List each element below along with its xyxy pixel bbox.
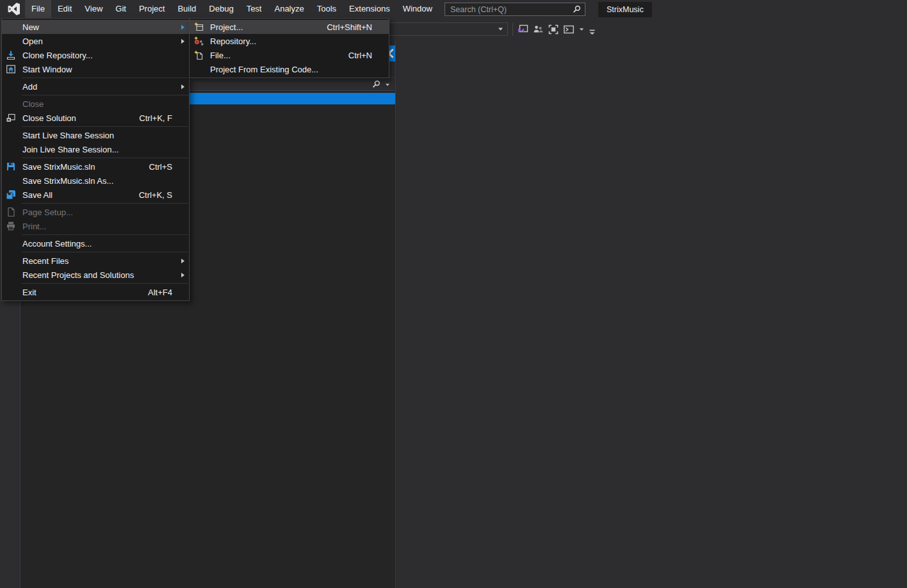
menubar-item-extensions[interactable]: Extensions (343, 0, 396, 18)
toolbar-icons (516, 23, 600, 36)
live-share-icon[interactable] (516, 24, 528, 36)
menu-item-shortcut: Ctrl+S (149, 162, 172, 172)
new-repository-icon (193, 36, 210, 46)
save-all-icon (6, 190, 22, 200)
toolbar-overflow-icon[interactable] (587, 26, 596, 38)
menu-separator (22, 95, 188, 95)
menu-separator (22, 78, 188, 78)
menubar-item-file[interactable]: File (25, 0, 51, 18)
menu-item-print[interactable]: Print... (2, 219, 189, 233)
menu-item-page-setup[interactable]: Page Setup... (2, 205, 189, 219)
menu-item-label: Save StrixMusic.sln As... (22, 176, 113, 186)
menu-item-label: Recent Projects and Solutions (22, 270, 134, 280)
menu-item-label: Close Solution (22, 113, 76, 123)
menu-item-start-live-share-session[interactable]: Start Live Share Session (2, 128, 189, 142)
toolbar-separator (512, 23, 513, 36)
menu-item-label: New (22, 22, 39, 32)
close-solution-icon (6, 113, 22, 123)
menu-separator (22, 283, 188, 284)
terminal-icon[interactable] (562, 24, 575, 36)
menu-item-clone-repository[interactable]: Clone Repository... (2, 48, 189, 62)
menu-separator (22, 252, 188, 252)
menu-separator (22, 158, 188, 158)
search-icon[interactable] (372, 79, 381, 89)
quick-search-box[interactable] (445, 3, 585, 16)
menu-item-label: Page Setup... (22, 208, 73, 217)
clone-repository-icon (6, 50, 22, 60)
menu-item-label: Print... (22, 222, 47, 231)
submenu-arrow-icon (180, 84, 186, 90)
menubar-item-analyze[interactable]: Analyze (268, 0, 310, 18)
search-input[interactable] (445, 3, 572, 15)
menu-item-label: File... (210, 51, 231, 60)
menu-item-label: Clone Repository... (22, 51, 93, 60)
menu-item-project[interactable]: Project...Ctrl+Shift+N (190, 20, 389, 34)
menu-item-recent-files[interactable]: Recent Files (2, 254, 189, 268)
menubar-item-debug[interactable]: Debug (202, 0, 240, 18)
menu-item-label: Repository... (210, 37, 256, 46)
menubar-item-build[interactable]: Build (171, 0, 202, 18)
submenu-arrow-icon (180, 258, 186, 264)
menu-item-close[interactable]: Close (2, 97, 189, 111)
menubar-item-project[interactable]: Project (133, 0, 171, 18)
menubar-item-git[interactable]: Git (109, 0, 133, 18)
menu-item-label: Project From Existing Code... (210, 65, 318, 74)
menu-item-repository[interactable]: Repository... (190, 34, 389, 48)
title-menu-bar: FileEditViewGitProjectBuildDebugTestAnal… (0, 0, 907, 18)
menu-item-label: Add (22, 82, 37, 92)
menu-item-label: Join Live Share Session... (22, 145, 118, 154)
submenu-arrow-icon (180, 38, 186, 44)
menu-item-add[interactable]: Add (2, 79, 189, 94)
visual-studio-window: FileEditViewGitProjectBuildDebugTestAnal… (0, 0, 907, 588)
menu-item-start-window[interactable]: Start Window (2, 62, 189, 76)
visual-studio-logo-icon (6, 2, 21, 16)
menu-item-file[interactable]: File...Ctrl+N (190, 48, 389, 62)
menu-item-label: Start Window (22, 65, 72, 74)
collaborators-icon[interactable] (532, 24, 544, 36)
menu-item-account-settings[interactable]: Account Settings... (2, 236, 189, 250)
page-setup-icon (6, 207, 22, 217)
menu-item-label: Open (22, 37, 43, 46)
menu-item-shortcut: Ctrl+K, F (139, 113, 172, 123)
menu-item-label: Exit (22, 288, 37, 297)
file-menu: NewOpenClone Repository...Start WindowAd… (1, 18, 190, 301)
window-layout-icon[interactable] (547, 24, 559, 36)
menu-item-recent-projects-and-solutions[interactable]: Recent Projects and Solutions (2, 268, 189, 282)
search-icon[interactable] (572, 4, 582, 14)
chevron-down-icon[interactable] (578, 24, 585, 36)
menu-separator (22, 234, 188, 235)
menu-item-shortcut: Alt+F4 (148, 288, 172, 297)
menu-item-label: Close (22, 99, 44, 109)
chevron-down-icon (497, 26, 504, 33)
menu-item-label: Recent Files (22, 256, 69, 266)
menu-item-label: Account Settings... (22, 239, 92, 249)
menu-item-label: Save All (22, 190, 53, 200)
menubar-item-tools[interactable]: Tools (311, 0, 343, 18)
menu-separator (22, 203, 188, 204)
menu-item-join-live-share-session[interactable]: Join Live Share Session... (2, 142, 189, 156)
print-icon (6, 221, 22, 231)
menu-item-save-strixmusic-sln-as[interactable]: Save StrixMusic.sln As... (2, 174, 189, 188)
submenu-arrow-icon (180, 24, 186, 30)
new-submenu: Project...Ctrl+Shift+NRepository...File.… (189, 18, 389, 78)
new-project-icon (193, 22, 210, 32)
save-icon (6, 161, 22, 172)
menu-item-close-solution[interactable]: Close SolutionCtrl+K, F (2, 111, 189, 125)
menu-item-shortcut: Ctrl+N (348, 51, 372, 60)
menubar-item-window[interactable]: Window (396, 0, 439, 18)
chevron-down-icon[interactable] (384, 82, 391, 88)
menu-item-label: Save StrixMusic.sln (22, 162, 95, 172)
menubar-item-edit[interactable]: Edit (51, 0, 78, 18)
menu-item-project-from-existing-code[interactable]: Project From Existing Code... (190, 62, 389, 76)
menubar-item-view[interactable]: View (78, 0, 109, 18)
menu-item-save-strixmusic-sln[interactable]: Save StrixMusic.slnCtrl+S (2, 159, 189, 174)
new-file-icon (193, 50, 210, 60)
menu-item-shortcut: Ctrl+K, S (139, 190, 172, 200)
menu-item-open[interactable]: Open (2, 34, 189, 48)
submenu-arrow-icon (180, 272, 186, 278)
menu-item-exit[interactable]: ExitAlt+F4 (2, 285, 189, 299)
menubar-item-test[interactable]: Test (240, 0, 268, 18)
menu-item-label: Start Live Share Session (22, 131, 114, 140)
menu-item-save-all[interactable]: Save AllCtrl+K, S (2, 188, 189, 202)
menu-item-new[interactable]: New (2, 20, 189, 34)
